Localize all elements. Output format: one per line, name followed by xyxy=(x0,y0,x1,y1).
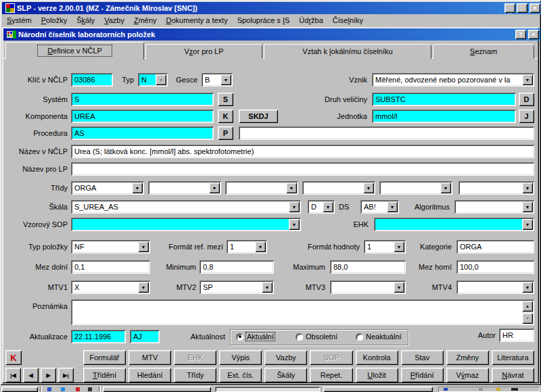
start-button[interactable] xyxy=(1,387,38,392)
tray-icon[interactable] xyxy=(479,388,483,391)
tridy-combo-5[interactable]: ▼ xyxy=(379,181,452,195)
poznamka-textarea[interactable]: ▲ ▼ xyxy=(71,299,534,325)
last-record-button[interactable]: ▶| xyxy=(58,368,74,383)
algoritmus-combo[interactable]: ▼ xyxy=(454,200,534,214)
radio-obsoletni[interactable]: Obsoletní xyxy=(296,330,337,343)
quicklaunch-icon[interactable] xyxy=(47,387,51,391)
quicklaunch-icon[interactable] xyxy=(61,387,65,391)
menu-spoluprace[interactable]: Spolupráce s IS xyxy=(233,15,295,26)
ext-cis-button[interactable]: Ext. čís. xyxy=(219,368,262,383)
tray-icon[interactable] xyxy=(444,388,448,391)
tridy-combo-2[interactable]: ▼ xyxy=(148,181,221,195)
aktualizace-kod-field[interactable]: AJ xyxy=(130,330,160,343)
radio-neaktualni[interactable]: Neaktuální xyxy=(356,330,402,343)
scroll-down-icon[interactable]: ▼ xyxy=(522,313,533,324)
typ-polozky-combo[interactable]: NF▼ xyxy=(71,240,150,253)
mtv4-combo[interactable]: ▼ xyxy=(456,280,534,294)
chevron-down-icon[interactable]: ▼ xyxy=(394,282,404,293)
close-icon[interactable]: × xyxy=(528,30,539,39)
menu-skaly[interactable]: Škály xyxy=(72,15,99,26)
komponenta-field[interactable]: UREA xyxy=(71,109,214,123)
quicklaunch-icon[interactable] xyxy=(76,387,80,391)
chevron-down-icon[interactable]: ▼ xyxy=(220,74,231,85)
literatura-button[interactable]: Literatura xyxy=(492,350,534,365)
navrat-button[interactable]: Návrat xyxy=(492,368,534,383)
trideni-button[interactable]: Třídění xyxy=(83,368,126,383)
kontrola-button[interactable]: Kontrola xyxy=(356,350,398,365)
tab-vztah-k-lokalnimu[interactable]: Vztah k lokálnímu číselníku xyxy=(264,44,431,59)
gesce-combo[interactable]: B ▼ xyxy=(202,73,233,87)
format-hodnoty-combo[interactable]: 1▼ xyxy=(364,240,406,253)
menu-system[interactable]: Systém xyxy=(2,15,37,26)
skala-combo[interactable]: S_UREA_AS▼ xyxy=(71,200,301,214)
chevron-down-icon[interactable]: ▼ xyxy=(363,182,374,193)
procedura-extra-field[interactable] xyxy=(239,126,534,140)
system-lookup-button[interactable]: S xyxy=(218,93,233,106)
chevron-down-icon[interactable]: ▼ xyxy=(440,182,451,193)
tab-seznam[interactable]: Seznam xyxy=(433,44,534,59)
quicklaunch-icon[interactable] xyxy=(88,387,92,391)
druh-veliciny-lookup-button[interactable]: D xyxy=(519,93,534,106)
menu-dokumenty[interactable]: Dokumenty a texty xyxy=(162,15,233,26)
tridy-combo-4[interactable]: ▼ xyxy=(302,181,375,195)
minimize-icon[interactable]: _ xyxy=(504,3,515,13)
chevron-down-icon[interactable]: ▼ xyxy=(286,182,297,193)
ulozit-button[interactable]: Uložit xyxy=(356,368,398,383)
taskbar-window-button[interactable] xyxy=(323,387,433,392)
tab-definice-v-nclp[interactable]: Definice v NČLP xyxy=(5,42,144,59)
druh-veliciny-field[interactable]: SUBSTC xyxy=(372,93,516,106)
procedura-field[interactable]: AS xyxy=(71,126,214,140)
menu-ciselniky[interactable]: Číselníky xyxy=(328,15,368,26)
skala-d-combo[interactable]: D▼ xyxy=(308,200,335,214)
tray-icon[interactable] xyxy=(511,388,518,391)
nazev-lp-field[interactable] xyxy=(71,162,534,176)
vymaz-button[interactable]: Výmaz xyxy=(446,368,489,383)
jednotka-lookup-button[interactable]: J xyxy=(519,109,534,123)
kategorie-field[interactable]: ORGA xyxy=(456,240,534,253)
vazby-button[interactable]: Vazby xyxy=(264,350,307,365)
chevron-down-icon[interactable]: ▼ xyxy=(262,282,273,293)
jednotka-field[interactable]: mmol/l xyxy=(372,109,516,123)
chevron-down-icon[interactable]: ▼ xyxy=(255,241,266,252)
procedura-lookup-button[interactable]: P xyxy=(218,126,233,140)
nazev-nclp-field[interactable]: Urea (S; látková konc. [mmol/l] abs. spe… xyxy=(71,145,534,158)
skdj-button[interactable]: SKDJ xyxy=(239,109,278,123)
minimum-field[interactable]: 0,8 xyxy=(199,260,274,274)
tridy-combo-1[interactable]: ORGA▼ xyxy=(71,181,144,195)
close-icon[interactable]: × xyxy=(530,3,540,13)
chevron-down-icon[interactable]: ▼ xyxy=(209,182,220,193)
chevron-down-icon[interactable]: ▼ xyxy=(522,74,533,85)
tridy-combo-3[interactable]: ▼ xyxy=(225,181,298,195)
aktualizace-field[interactable]: 22.11.1996 xyxy=(71,330,126,343)
klic-field[interactable]: 03086 xyxy=(71,73,113,87)
chevron-down-icon[interactable]: ▼ xyxy=(522,282,533,293)
vzorovy-sop-combo[interactable]: ▼ xyxy=(71,218,301,231)
tridy-combo-6[interactable]: ▼ xyxy=(458,181,534,195)
scrollbar[interactable]: ▲ ▼ xyxy=(522,301,533,324)
radio-aktualni[interactable]: Aktuální xyxy=(236,330,275,343)
vypis-button[interactable]: Výpis xyxy=(219,350,262,365)
mtv3-combo[interactable]: ▼ xyxy=(330,280,406,294)
zmeny-button[interactable]: Změny xyxy=(446,350,489,365)
menu-polozky[interactable]: Položky xyxy=(37,15,72,26)
maximize-icon[interactable]: □ xyxy=(517,3,527,13)
ehk-combo[interactable]: ▼ xyxy=(374,218,534,231)
mez-dolni-field[interactable]: 0,1 xyxy=(71,260,150,274)
stav-button[interactable]: Stav xyxy=(401,350,444,365)
tray-icon[interactable] xyxy=(496,388,500,391)
system-field[interactable]: S xyxy=(71,93,214,106)
menu-vazby[interactable]: Vazby xyxy=(99,15,129,26)
hledani-button[interactable]: Hledání xyxy=(128,368,171,383)
k-button[interactable]: K xyxy=(5,350,22,365)
menu-zmeny[interactable]: Změny xyxy=(129,15,162,26)
next-record-button[interactable]: ▶ xyxy=(41,368,56,383)
typ-combo[interactable]: N ▼ xyxy=(138,73,168,87)
mez-horni-field[interactable]: 100,0 xyxy=(456,260,534,274)
first-record-button[interactable]: |◀ xyxy=(5,368,21,383)
prev-record-button[interactable]: ◀ xyxy=(23,368,39,383)
formular-button[interactable]: Formulář xyxy=(83,350,126,365)
pridani-button[interactable]: Přidání xyxy=(401,368,444,383)
tridy-button[interactable]: Třídy xyxy=(174,368,216,383)
vznik-combo[interactable]: Měřené, odvozené nebo pozorované v la ▼ xyxy=(372,73,534,87)
autor-field[interactable]: HR xyxy=(499,328,534,342)
